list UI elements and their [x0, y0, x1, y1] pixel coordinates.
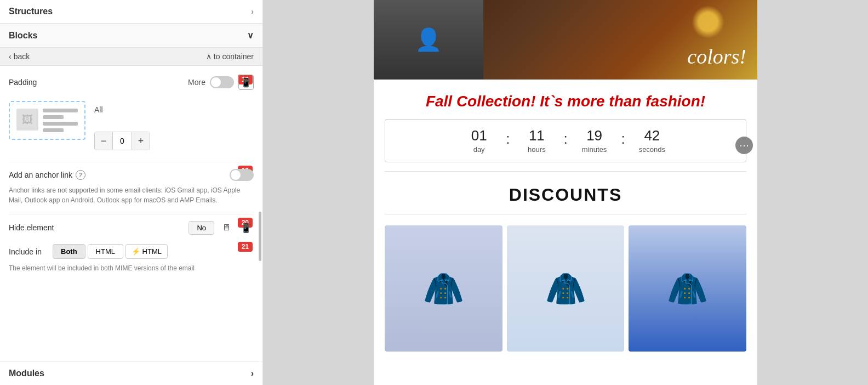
anchor-label: Add an anchor link ? [9, 170, 230, 180]
toggle-knob [211, 77, 221, 87]
nav-bar: ‹ back ∧ to container [0, 48, 262, 66]
preview-lines [43, 109, 78, 132]
countdown-seconds-label: seconds [639, 145, 665, 154]
countdown-hours-number: 11 [512, 127, 561, 144]
panel-content: 18 Padding More 📱 🖼 [0, 66, 262, 361]
back-button[interactable]: ‹ back [9, 52, 30, 61]
more-label: More [188, 78, 205, 87]
hide-controls: No 🖥 📱 [189, 220, 254, 235]
email-preview: 👤 colors! Fall Collection! It`s more tha… [374, 0, 757, 385]
product-card-2: 🧥 [507, 225, 625, 352]
hero-image: 👤 colors! [374, 0, 757, 80]
structures-chevron-icon: › [251, 7, 254, 16]
scroll-thumb [259, 212, 261, 261]
preview-line-2 [43, 115, 64, 119]
countdown-hours: 11 hours [512, 127, 561, 154]
hero-person-image: 👤 [374, 0, 483, 80]
countdown-day-label: day [473, 145, 485, 154]
back-arrow-icon: ‹ [9, 52, 12, 61]
include-both-button[interactable]: Both [53, 244, 85, 259]
modules-row[interactable]: Modules › [0, 361, 262, 385]
product-figure-3: 🧥 [629, 225, 746, 352]
to-container-button[interactable]: ∧ to container [206, 52, 254, 61]
product-card-1: 🧥 [385, 225, 502, 352]
product-card-3: 🧥 [629, 225, 746, 352]
countdown-day: 01 day [454, 127, 504, 154]
include-row: Include in Both HTML ⚡ HTML [9, 244, 254, 259]
anchor-toggle-knob [231, 170, 241, 180]
products-row: 🧥 🧥 🧥 [374, 225, 757, 352]
countdown-more-button[interactable]: ⋯ [735, 137, 753, 154]
anchor-help-icon[interactable]: ? [76, 170, 85, 180]
preview-line-1 [43, 109, 78, 112]
divider-2 [9, 214, 254, 214]
modules-chevron-icon: › [251, 369, 254, 378]
anchor-link-text: Add an anchor link [9, 171, 72, 179]
colon-1: : [504, 131, 512, 148]
countdown-box: 01 day : 11 hours : 19 minutes : 42 seco… [385, 119, 746, 162]
fall-heading: Fall Collection! It`s more than fashion! [374, 80, 757, 119]
modules-label: Modules [9, 369, 44, 378]
stepper-input[interactable]: 0 [112, 132, 132, 150]
countdown-seconds: 42 seconds [627, 127, 677, 154]
structures-header[interactable]: Structures › [0, 0, 262, 24]
email-divider-2 [385, 214, 746, 214]
mobile-view-icon[interactable]: 📱 [238, 75, 254, 90]
include-buttons: Both HTML ⚡ HTML [53, 244, 168, 259]
anchor-row: Add an anchor link ? [9, 169, 254, 181]
product-figure-2: 🧥 [507, 225, 625, 352]
blocks-label: Blocks [9, 31, 37, 41]
countdown-minutes-label: minutes [582, 145, 607, 154]
hide-no-button[interactable]: No [189, 221, 214, 235]
padding-label: Padding [9, 78, 53, 87]
mobile-icon[interactable]: 📱 [238, 220, 254, 235]
padding-controls: More 📱 [188, 75, 254, 90]
stepper-increase-button[interactable]: + [132, 132, 150, 150]
include-in-label: Include in [9, 247, 53, 256]
colon-2: : [561, 131, 569, 148]
blocks-chevron-icon: ∨ [247, 30, 254, 41]
hide-element-row: Hide element No 🖥 📱 [9, 220, 254, 235]
hero-text: colors! [687, 44, 746, 69]
preview-line-4 [43, 128, 64, 132]
countdown-minutes: 19 minutes [570, 127, 619, 154]
product-figure-1: 🧥 [385, 225, 502, 352]
left-panel: Structures › Blocks ∨ ‹ back ∧ to contai… [0, 0, 263, 385]
preview-line-3 [43, 122, 78, 126]
block-preview: 🖼 [9, 101, 85, 140]
padding-stepper: − 0 + [94, 132, 150, 150]
countdown-hours-label: hours [528, 145, 546, 154]
back-label: back [14, 52, 30, 61]
right-panel: 👤 colors! Fall Collection! It`s more tha… [263, 0, 868, 385]
include-amp-button[interactable]: ⚡ HTML [125, 244, 168, 259]
hide-element-label: Hide element [9, 223, 189, 232]
preview-image-placeholder: 🖼 [16, 109, 38, 131]
padding-toggle[interactable] [210, 76, 234, 88]
discounts-heading: DISCOUNTS [374, 172, 757, 214]
structures-label: Structures [9, 7, 53, 16]
anchor-note: Anchor links are not supported in some e… [9, 185, 254, 205]
divider-1 [9, 162, 254, 162]
countdown-seconds-number: 42 [627, 127, 677, 144]
desktop-icon[interactable]: 🖥 [219, 220, 234, 235]
all-label: All [94, 105, 150, 127]
anchor-toggle[interactable] [230, 169, 254, 181]
blocks-header[interactable]: Blocks ∨ [0, 24, 262, 48]
hero-yellow-decoration [692, 5, 724, 38]
include-note: The element will be included in both MIM… [9, 263, 254, 273]
padding-row: Padding More 📱 [9, 75, 254, 90]
include-html-button[interactable]: HTML [88, 244, 123, 259]
countdown-minutes-number: 19 [570, 127, 619, 144]
countdown-day-number: 01 [454, 127, 504, 144]
countdown-wrapper: 01 day : 11 hours : 19 minutes : 42 seco… [374, 119, 757, 171]
up-arrow-icon: ∧ [206, 52, 212, 61]
colon-3: : [619, 131, 627, 148]
stepper-decrease-button[interactable]: − [95, 132, 112, 150]
to-container-label: to container [214, 52, 254, 61]
